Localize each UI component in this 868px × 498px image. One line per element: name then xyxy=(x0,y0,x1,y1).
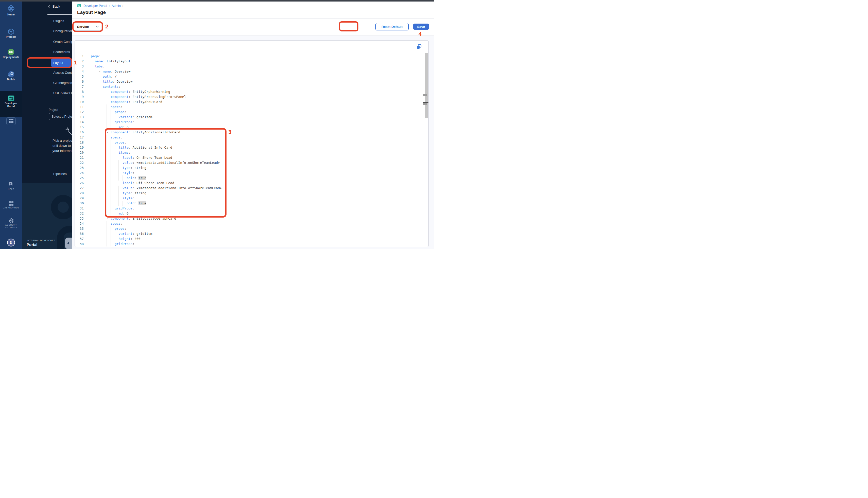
rail-item-projects[interactable]: Projects xyxy=(0,28,22,39)
save-button[interactable]: Save xyxy=(413,24,429,30)
sidebar-item-git-integrations[interactable]: Git Integrations xyxy=(53,80,72,86)
line-number: 7 xyxy=(75,84,84,89)
code-line[interactable]: 22 value: <+metadata.additionalInfo.onSh… xyxy=(75,160,425,165)
code-line[interactable]: 14 gridProps: xyxy=(75,120,425,125)
rail-label-projects: Projects xyxy=(0,36,22,39)
code-line[interactable]: 18 props: xyxy=(75,140,425,145)
reset-default-button[interactable]: Reset Default xyxy=(375,23,409,30)
entity-type-select[interactable]: Service xyxy=(74,23,102,31)
rail-label-settings: SETTINGS xyxy=(0,226,22,229)
dashboards-icon xyxy=(0,200,22,206)
admin-sidebar: Back PluginsConfigurationsOAuth Configur… xyxy=(22,0,72,249)
grid-icon xyxy=(9,119,13,123)
rail-item-home[interactable]: Home xyxy=(0,3,22,16)
sidebar-collapse-button[interactable] xyxy=(65,238,72,249)
line-number: 20 xyxy=(75,150,84,155)
line-number: 27 xyxy=(75,186,84,191)
code-line[interactable]: 21 - label: On-Shore Team Lead xyxy=(75,155,425,160)
collapse-left-icon xyxy=(67,242,69,245)
code-line[interactable]: 9 - component: EntityProcessingErrorsPan… xyxy=(75,94,425,100)
breadcrumb-developer-portal[interactable]: Developer Portal xyxy=(83,4,107,8)
code-line[interactable]: 32 md: 6 xyxy=(75,211,425,216)
select-project-button[interactable]: Select a Project xyxy=(49,113,72,120)
code-line[interactable]: 15 md: 6 xyxy=(75,125,425,130)
code-line[interactable]: 4 - name: Overview xyxy=(75,69,425,74)
sidebar-item-configurations[interactable]: Configurations xyxy=(53,28,72,35)
sidebar-divider-project xyxy=(48,103,72,103)
code-line[interactable]: 11 specs: xyxy=(75,104,425,109)
code-line[interactable]: 34 specs: xyxy=(75,221,425,226)
code-line[interactable]: 26 - label: Off-Shore Team Lead xyxy=(75,181,425,186)
sidebar-item-scorecards[interactable]: Scorecards xyxy=(53,49,70,55)
code-line[interactable]: 28 type: string xyxy=(75,191,425,196)
line-number: 32 xyxy=(75,211,84,216)
rail-label-developer-portal-2: Portal xyxy=(0,105,22,108)
line-number: 35 xyxy=(75,226,84,231)
sketch-arrow-icon xyxy=(63,123,72,137)
rail-item-account-settings[interactable]: ACCOUNT SETTINGS xyxy=(0,218,22,229)
code-line[interactable]: 16 - component: EntityAdditionalInfoCard xyxy=(75,130,425,135)
code-line[interactable]: 19 title: Additional Info Card xyxy=(75,145,425,150)
rail-item-deployments[interactable]: Deployments xyxy=(0,48,22,59)
code-line[interactable]: 7 contents: xyxy=(75,84,425,89)
code-line[interactable]: 35 props: xyxy=(75,226,425,231)
rail-label-dashboards: DASHBOARDS xyxy=(0,206,22,209)
back-button[interactable]: Back xyxy=(48,4,60,8)
sidebar-item-layout[interactable]: Layout xyxy=(51,58,72,67)
code-line[interactable]: 31 gridProps: xyxy=(75,206,425,211)
breadcrumb-admin[interactable]: Admin xyxy=(112,4,120,8)
module-picker-button[interactable] xyxy=(7,117,16,125)
sidebar-item-url-allow-list[interactable]: URL Allow List xyxy=(53,90,72,96)
footer-portal: Portal xyxy=(27,243,38,247)
code-line[interactable]: 37 height: 400 xyxy=(75,236,425,241)
line-number: 25 xyxy=(75,175,84,181)
code-line[interactable]: 30 bold: true xyxy=(75,201,425,206)
code-line[interactable]: 33 - component: EntityCatalogGraphCard xyxy=(75,216,425,221)
code-line[interactable]: 36 variant: gridItem xyxy=(75,231,425,236)
rail-label-deployments: Deployments xyxy=(0,56,22,59)
code-line[interactable]: 3 tabs: xyxy=(75,64,425,69)
code-line[interactable]: 24 style: xyxy=(75,170,425,175)
line-number: 31 xyxy=(75,206,84,211)
line-number: 36 xyxy=(75,231,84,236)
line-number: 12 xyxy=(75,109,84,115)
line-number: 16 xyxy=(75,130,84,135)
editor-scrollbar-thumb[interactable] xyxy=(425,53,428,118)
code-line[interactable]: 17 specs: xyxy=(75,135,425,140)
line-number: 19 xyxy=(75,145,84,150)
line-number: 29 xyxy=(75,196,84,201)
breadcrumb-separator-2: › xyxy=(122,4,124,8)
code-line[interactable]: 27 value: <+metadata.additionalInfo.offS… xyxy=(75,186,425,191)
builds-ci-icon xyxy=(0,70,22,78)
sidebar-item-pipelines[interactable]: Pipelines xyxy=(53,171,67,177)
code-line[interactable]: 20 items: xyxy=(75,150,425,155)
rail-divider xyxy=(0,48,22,48)
line-number: 14 xyxy=(75,120,84,125)
code-line[interactable]: 5 path: / xyxy=(75,74,425,79)
code-line[interactable]: 10 - component: EntityAboutCard xyxy=(75,100,425,104)
rail-item-builds[interactable]: Builds xyxy=(0,70,22,81)
code-line[interactable]: 6 title: Overview xyxy=(75,79,425,84)
code-line[interactable]: 25 bold: true xyxy=(75,175,425,181)
sidebar-item-oauth-configurations[interactable]: OAuth Configurations xyxy=(53,39,72,45)
rail-item-help[interactable]: ? HELP xyxy=(0,181,22,191)
user-avatar[interactable]: D xyxy=(7,239,15,247)
code-line[interactable]: 8 - component: EntityOrphanWarning xyxy=(75,89,425,94)
yaml-editor[interactable]: 1page:2 name: EntityLayout3 tabs:4 - nam… xyxy=(75,41,425,247)
code-line[interactable]: 12 props: xyxy=(75,109,425,115)
rail-item-developer-portal[interactable]: Developer Portal xyxy=(0,94,22,108)
line-number: 23 xyxy=(75,165,84,170)
code-line[interactable]: 29 style: xyxy=(75,196,425,201)
code-line[interactable]: 13 variant: gridItem xyxy=(75,115,425,120)
annotation-number-3: 3 xyxy=(228,129,231,135)
code-line[interactable]: 1page: xyxy=(75,54,425,59)
sidebar-item-access-control[interactable]: Access Control xyxy=(53,69,72,76)
sidebar-item-plugins[interactable]: Plugins xyxy=(53,18,64,24)
code-line[interactable]: 38 gridProps: xyxy=(75,241,425,247)
code-line[interactable]: 2 name: EntityLayout xyxy=(75,59,425,64)
copy-button[interactable] xyxy=(416,44,422,50)
rail-item-dashboards[interactable]: DASHBOARDS xyxy=(0,200,22,209)
footer-internal-developer: INTERNAL DEVELOPER xyxy=(27,239,55,242)
code-line[interactable]: 23 type: string xyxy=(75,165,425,170)
line-number: 28 xyxy=(75,191,84,196)
